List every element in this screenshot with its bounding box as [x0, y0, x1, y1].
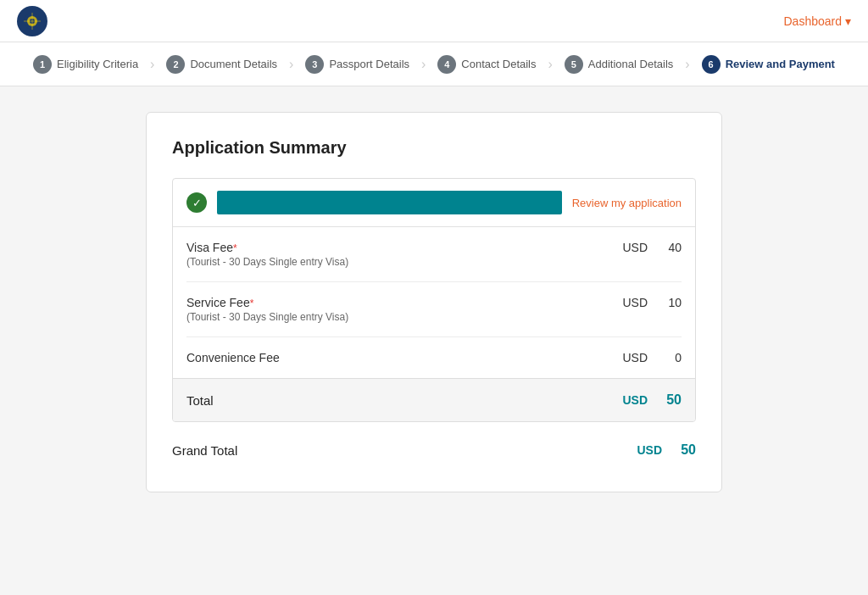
- fee-sublabel-visa: (Tourist - 30 Days Single entry Visa): [186, 256, 597, 268]
- card-title: Application Summary: [172, 138, 696, 158]
- fee-label-convenience: Convenience Fee: [186, 351, 597, 364]
- step-eligibility[interactable]: 1 Eligibility Criteria: [23, 55, 148, 74]
- fee-amount-service: 10: [648, 296, 682, 309]
- grand-total-amount: 50: [662, 442, 696, 458]
- fee-required-visa: *: [233, 242, 237, 254]
- fee-currency-convenience: USD: [597, 351, 648, 364]
- step-label-review: Review and Payment: [726, 58, 835, 70]
- step-label-additional: Additional Details: [588, 58, 673, 70]
- dashboard-label: Dashboard: [784, 14, 843, 28]
- total-amount: 50: [648, 392, 682, 408]
- step-num-3: 3: [305, 55, 324, 74]
- fee-row-convenience: Convenience Fee USD 0: [186, 337, 682, 378]
- review-link[interactable]: Review my application: [572, 197, 682, 209]
- steps-bar: 1 Eligibility Criteria › 2 Document Deta…: [0, 42, 868, 86]
- step-label-eligibility: Eligibility Criteria: [57, 58, 138, 70]
- total-currency: USD: [597, 393, 648, 407]
- teal-bar: [217, 191, 562, 214]
- step-sep-5: ›: [683, 57, 691, 72]
- grand-total-row: Grand Total USD 50: [172, 425, 696, 466]
- step-sep-2: ›: [287, 57, 295, 72]
- fee-amount-convenience: 0: [648, 351, 682, 364]
- step-num-4: 4: [437, 55, 456, 74]
- application-card: Application Summary ✓ Review my applicat…: [146, 112, 722, 492]
- grand-total-label: Grand Total: [172, 443, 611, 458]
- logo-icon: [17, 6, 47, 36]
- logo: [17, 6, 47, 36]
- step-label-document: Document Details: [190, 58, 277, 70]
- green-bar-row: ✓ Review my application: [173, 179, 695, 227]
- step-num-1: 1: [33, 55, 52, 74]
- step-num-5: 5: [565, 55, 583, 74]
- fee-section: Visa Fee* (Tourist - 30 Days Single entr…: [173, 227, 695, 378]
- step-label-contact: Contact Details: [461, 58, 536, 70]
- step-sep-4: ›: [547, 57, 554, 72]
- step-document[interactable]: 2 Document Details: [156, 55, 287, 74]
- fee-amount-visa: 40: [648, 241, 682, 254]
- fee-label-visa: Visa Fee* (Tourist - 30 Days Single entr…: [186, 241, 597, 268]
- fee-label-service: Service Fee* (Tourist - 30 Days Single e…: [186, 296, 597, 323]
- grand-total-currency: USD: [611, 443, 662, 457]
- fee-sublabel-service: (Tourist - 30 Days Single entry Visa): [186, 311, 597, 323]
- step-sep-1: ›: [148, 57, 156, 72]
- total-row: Total USD 50: [173, 378, 695, 421]
- navbar: Dashboard ▾: [0, 0, 868, 42]
- step-additional[interactable]: 5 Additional Details: [554, 55, 683, 74]
- check-icon: ✓: [186, 192, 207, 213]
- fee-currency-service: USD: [597, 296, 648, 309]
- step-num-2: 2: [166, 55, 185, 74]
- dashboard-arrow: ▾: [845, 14, 851, 28]
- step-num-6: 6: [702, 55, 721, 74]
- step-passport[interactable]: 3 Passport Details: [295, 55, 420, 74]
- total-label: Total: [186, 393, 597, 408]
- main-content: Application Summary ✓ Review my applicat…: [129, 112, 739, 492]
- step-review[interactable]: 6 Review and Payment: [692, 55, 845, 74]
- fee-row-visa: Visa Fee* (Tourist - 30 Days Single entr…: [186, 227, 682, 282]
- dashboard-menu[interactable]: Dashboard ▾: [784, 14, 852, 28]
- fee-required-service: *: [250, 298, 254, 309]
- step-label-passport: Passport Details: [329, 58, 409, 70]
- fee-currency-visa: USD: [597, 241, 648, 254]
- step-sep-3: ›: [420, 57, 427, 72]
- summary-inner: ✓ Review my application Visa Fee* (Touri…: [172, 178, 696, 422]
- fee-row-service: Service Fee* (Tourist - 30 Days Single e…: [186, 282, 682, 337]
- step-contact[interactable]: 4 Contact Details: [427, 55, 546, 74]
